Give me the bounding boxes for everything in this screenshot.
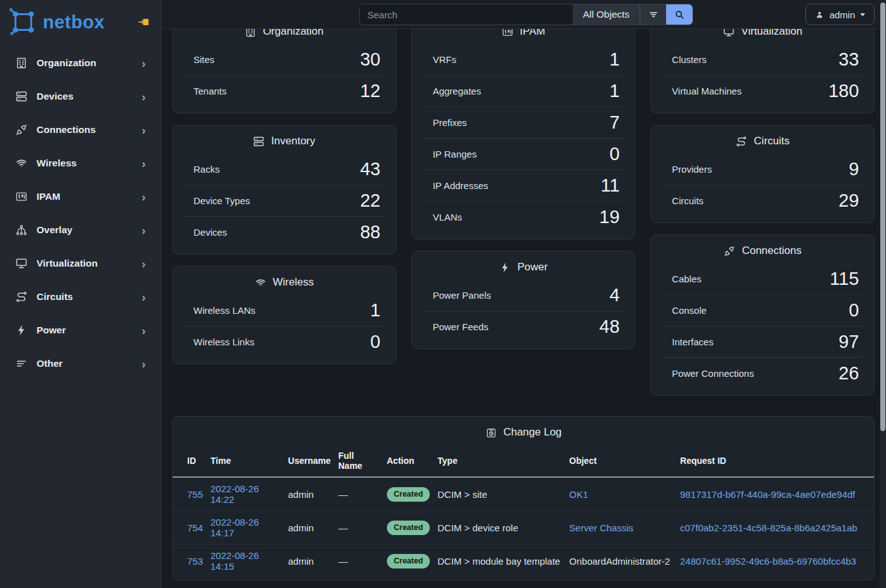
dashboard: Organization Sites 30 Tenants 12 Invento… xyxy=(161,0,886,580)
changelog-row: 755 2022-08-26 14:22 admin — Created DCI… xyxy=(173,477,874,511)
search-input[interactable] xyxy=(360,4,573,25)
search-icon xyxy=(674,9,685,20)
stat-row-tenants: Tenants 12 xyxy=(183,75,386,107)
filter-icon xyxy=(648,9,659,20)
sidebar-pin-icon[interactable] xyxy=(138,17,151,27)
sidebar-item-power[interactable]: Power › xyxy=(8,315,153,345)
log-time-link[interactable]: 2022-08-26 14:22 xyxy=(210,483,259,505)
stat-value-link[interactable]: 1 xyxy=(371,300,381,321)
cell-id: 753 xyxy=(173,545,210,578)
sidebar-item-virtualization[interactable]: Virtualization › xyxy=(8,248,153,279)
cell-username: admin xyxy=(288,545,338,578)
stat-label: Aggregates xyxy=(433,86,481,96)
log-object-link[interactable]: OK1 xyxy=(569,489,588,500)
stat-row-devices: Devices 88 xyxy=(183,216,386,248)
sidebar-item-circuits[interactable]: Circuits › xyxy=(8,282,153,312)
stat-value-link[interactable]: 0 xyxy=(849,300,859,321)
stat-row-wireless-links: Wireless Links 0 xyxy=(183,326,386,357)
stat-value-link[interactable]: 88 xyxy=(360,222,380,243)
filter-button[interactable] xyxy=(640,4,666,25)
stat-value-link[interactable]: 97 xyxy=(839,331,859,352)
stat-value-link[interactable]: 22 xyxy=(360,190,380,211)
card-title: Power xyxy=(412,251,635,279)
changelog-table: IDTimeUsernameFull NameActionTypeObjectR… xyxy=(173,447,874,577)
stat-value-link[interactable]: 180 xyxy=(829,81,859,101)
stat-value-link[interactable]: 7 xyxy=(609,112,619,133)
stat-value-link[interactable]: 48 xyxy=(599,316,619,337)
log-time-link[interactable]: 2022-08-26 14:15 xyxy=(210,550,259,572)
stat-value-link[interactable]: 30 xyxy=(360,49,380,70)
column-header-object: Object xyxy=(569,447,680,477)
stat-value-link[interactable]: 11 xyxy=(601,175,619,196)
sidebar-item-label: Other xyxy=(37,358,62,369)
logo[interactable]: netbox xyxy=(0,0,161,43)
stat-row-ip-ranges: IP Ranges 0 xyxy=(422,138,625,170)
card-title: Connections xyxy=(651,235,874,263)
stat-value-link[interactable]: 29 xyxy=(839,190,859,211)
stat-row-console: Console 0 xyxy=(661,294,864,326)
scrollbar-thumb[interactable] xyxy=(880,3,885,431)
ipam-icon xyxy=(15,190,28,203)
netbox-logo-icon xyxy=(9,8,38,37)
stat-label: Providers xyxy=(672,164,711,175)
log-time-link[interactable]: 2022-08-26 14:17 xyxy=(210,517,259,538)
stat-value-link[interactable]: 12 xyxy=(360,81,380,101)
log-id-link[interactable]: 754 xyxy=(187,522,203,533)
stat-label: Interfaces xyxy=(672,337,713,347)
chevron-right-icon: › xyxy=(142,224,146,236)
stat-value-link[interactable]: 19 xyxy=(599,207,619,228)
log-object-text: OnboardAdministrator-2 xyxy=(569,556,670,567)
column-header-type: Type xyxy=(437,447,569,477)
card-power: Power Power Panels 4 Power Feeds 48 xyxy=(411,251,636,349)
stat-value-link[interactable]: 33 xyxy=(839,49,859,70)
sidebar-item-ipam[interactable]: IPAM › xyxy=(8,182,153,212)
stat-value-link[interactable]: 26 xyxy=(839,363,859,384)
caret-down-icon xyxy=(860,13,865,16)
cell-username: admin xyxy=(288,511,338,545)
stats-grid: Organization Sites 30 Tenants 12 Invento… xyxy=(172,15,875,396)
overlay-icon xyxy=(15,224,28,236)
user-name: admin xyxy=(829,9,855,20)
stat-value-link[interactable]: 1 xyxy=(609,49,619,70)
search-button[interactable] xyxy=(666,4,693,25)
stat-row-interfaces: Interfaces 97 xyxy=(661,326,864,357)
sidebar-item-wireless[interactable]: Wireless › xyxy=(8,148,153,178)
dashboard-column: Organization Sites 30 Tenants 12 Invento… xyxy=(172,15,396,364)
sidebar-item-organization[interactable]: Organization › xyxy=(8,48,153,78)
log-id-link[interactable]: 753 xyxy=(187,556,203,567)
sidebar-item-connections[interactable]: Connections › xyxy=(8,115,153,145)
wifi-icon xyxy=(255,277,267,289)
stat-label: Wireless Links xyxy=(193,337,255,347)
stat-row-ip-addresses: IP Addresses 11 xyxy=(422,170,625,201)
stat-row-vlans: VLANs 19 xyxy=(422,201,625,233)
sidebar-item-other[interactable]: Other › xyxy=(8,349,153,379)
log-request-link[interactable]: 9817317d-b67f-440a-99ca-4ae07ede94df xyxy=(680,489,855,500)
stat-value-link[interactable]: 0 xyxy=(609,144,619,164)
chevron-right-icon: › xyxy=(142,325,146,337)
log-request-link[interactable]: 24807c61-9952-49c6-b8a5-69760bfcc4b3 xyxy=(680,556,856,567)
log-request-link[interactable]: c07f0ab2-2351-4c58-825a-8b6a2425a1ab xyxy=(680,522,857,533)
stat-label: Prefixes xyxy=(433,117,467,128)
changelog-card: Change Log IDTimeUsernameFull NameAction… xyxy=(172,416,875,580)
sidebar-item-label: Circuits xyxy=(37,291,73,303)
stat-value-link[interactable]: 9 xyxy=(849,159,859,180)
search-scope-button[interactable]: All Objects xyxy=(573,4,640,25)
stat-value-link[interactable]: 1 xyxy=(609,81,619,101)
stat-row-vrfs: VRFs 1 xyxy=(422,43,625,75)
log-object-link[interactable]: Server Chassis xyxy=(569,522,633,533)
monitor-icon xyxy=(15,257,28,270)
stat-label: Racks xyxy=(193,164,220,175)
sidebar-item-overlay[interactable]: Overlay › xyxy=(8,215,153,245)
log-id-link[interactable]: 755 xyxy=(187,489,203,500)
sidebar-item-devices[interactable]: Devices › xyxy=(8,81,153,112)
user-menu-button[interactable]: admin xyxy=(805,4,875,25)
stat-value-link[interactable]: 4 xyxy=(609,285,619,306)
stat-value-link[interactable]: 43 xyxy=(360,159,380,180)
stat-value-link[interactable]: 0 xyxy=(371,331,381,352)
stat-value-link[interactable]: 115 xyxy=(830,268,859,289)
cell-id: 755 xyxy=(173,477,210,511)
chevron-right-icon: › xyxy=(142,358,146,370)
sidebar-item-label: Wireless xyxy=(37,158,77,169)
chevron-right-icon: › xyxy=(142,158,146,170)
bolt-icon xyxy=(499,262,511,274)
